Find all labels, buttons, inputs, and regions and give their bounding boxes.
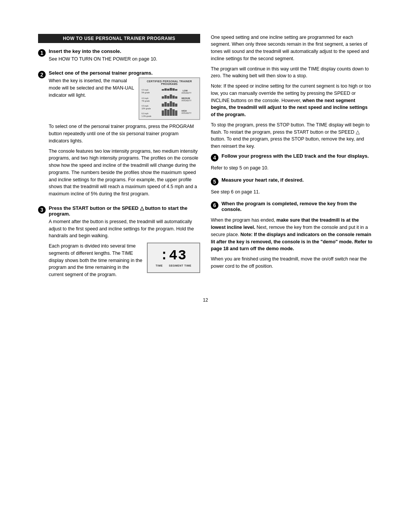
svg-text:10% grade: 10% grade bbox=[142, 107, 151, 110]
step-2-para-1: To select one of the personal trainer pr… bbox=[49, 123, 200, 144]
page: HOW TO USE PERSONAL TRAINER PROGRAMS 1 I… bbox=[30, 19, 381, 514]
step-5-inner: 5 Measure your heart rate, if desired. bbox=[211, 177, 373, 185]
left-column: HOW TO USE PERSONAL TRAINER PROGRAMS 1 I… bbox=[38, 34, 200, 286]
svg-rect-34 bbox=[172, 109, 175, 116]
svg-rect-6 bbox=[172, 88, 175, 91]
svg-rect-15 bbox=[170, 94, 172, 99]
step-2: 2 Select one of the personal trainer pro… bbox=[38, 70, 200, 201]
svg-rect-3 bbox=[164, 88, 167, 91]
right-intro-4: To stop the program, press the STOP butt… bbox=[211, 121, 373, 150]
step-6-para-2: When you are finished using the treadmil… bbox=[211, 256, 373, 270]
svg-rect-27 bbox=[175, 104, 177, 107]
svg-rect-32 bbox=[167, 110, 169, 116]
step-3-body-2: :43 TIME SEGMENT TIME Each program is di… bbox=[49, 243, 200, 281]
step-4-para: Refer to step 5 on page 10. bbox=[211, 165, 373, 172]
step-5-title: Measure your heart rate, if desired. bbox=[221, 177, 373, 183]
step-6-number: 6 bbox=[211, 201, 218, 209]
svg-rect-13 bbox=[164, 95, 167, 99]
svg-rect-26 bbox=[172, 102, 175, 107]
svg-rect-25 bbox=[170, 101, 172, 107]
step-2-title: Select one of the personal trainer progr… bbox=[49, 70, 200, 76]
step-2-number: 2 bbox=[38, 71, 46, 78]
section-header: HOW TO USE PERSONAL TRAINER PROGRAMS bbox=[38, 34, 200, 43]
svg-text:1.0% grade: 1.0% grade bbox=[142, 115, 151, 117]
svg-text:7% grade: 7% grade bbox=[142, 100, 150, 102]
step-3-content: Press the START button or the SPEED △ bu… bbox=[49, 205, 200, 281]
step-4-number: 4 bbox=[211, 154, 218, 161]
step-1-para: See HOW TO TURN ON THE POWER on page 10. bbox=[49, 56, 200, 63]
step-3-number: 3 bbox=[38, 206, 46, 214]
console-svg: 4.5 mph 5% grade LOW INTENSITY bbox=[141, 87, 198, 117]
svg-rect-12 bbox=[162, 96, 164, 99]
step-4-title: Follow your progress with the LED track … bbox=[221, 153, 373, 159]
step-3: 3 Press the START button or the SPEED △ … bbox=[38, 205, 200, 281]
timer-image: :43 TIME SEGMENT TIME bbox=[147, 243, 200, 273]
console-image-title: CERTIFIED PERSONAL TRAINER PROGRAMS bbox=[141, 80, 198, 85]
console-image: CERTIFIED PERSONAL TRAINER PROGRAMS 4.5 … bbox=[139, 78, 200, 120]
svg-text:5% grade: 5% grade bbox=[142, 91, 150, 94]
step-2-body: CERTIFIED PERSONAL TRAINER PROGRAMS 4.5 … bbox=[49, 77, 200, 123]
svg-text:INTENSITY: INTENSITY bbox=[182, 112, 192, 114]
step-6: 6 When the program is completed, remove … bbox=[211, 201, 373, 270]
console-image-wrap: CERTIFIED PERSONAL TRAINER PROGRAMS 4.5 … bbox=[139, 77, 200, 120]
bold-text-2: make sure that the treadmill is at the l… bbox=[211, 217, 359, 230]
svg-text:INTENSITY: INTENSITY bbox=[182, 99, 192, 102]
step-4-content: Follow your progress with the LED track … bbox=[221, 153, 373, 161]
timer-label-segment: SEGMENT TIME bbox=[169, 264, 191, 267]
svg-rect-23 bbox=[164, 102, 167, 107]
right-intro-3: Note: If the speed or incline setting fo… bbox=[211, 83, 373, 118]
right-column: One speed setting and one incline settin… bbox=[211, 34, 373, 286]
svg-text:4.5 mph: 4.5 mph bbox=[142, 105, 148, 107]
step-2-content: Select one of the personal trainer progr… bbox=[49, 70, 200, 201]
step-5-number: 5 bbox=[211, 178, 218, 185]
svg-text:4.5 mph: 4.5 mph bbox=[142, 89, 148, 91]
page-number: 12 bbox=[38, 297, 373, 303]
right-intro-2: The program will continue in this way un… bbox=[211, 66, 373, 80]
bold-text-3: Note: If the displays and indicators on … bbox=[211, 232, 372, 252]
step-5-para: See step 6 on page 11. bbox=[211, 189, 373, 196]
step-6-inner: 6 When the program is completed, remove … bbox=[211, 201, 373, 214]
step-1-title: Insert the key into the console. bbox=[49, 48, 200, 54]
svg-rect-31 bbox=[164, 109, 167, 116]
step-1-number: 1 bbox=[38, 49, 46, 57]
step-1-content: Insert the key into the console. See HOW… bbox=[49, 48, 200, 66]
timer-display: :43 bbox=[160, 249, 187, 263]
svg-rect-4 bbox=[167, 89, 169, 91]
right-intro-1: One speed setting and one incline settin… bbox=[211, 34, 373, 62]
step-2-para-2: The console features two low intensity p… bbox=[49, 148, 200, 198]
step-6-title: When the program is completed, remove th… bbox=[221, 201, 373, 212]
step-3-para-1: A moment after the button is pressed, th… bbox=[49, 218, 200, 240]
timer-label-time: TIME bbox=[156, 264, 163, 267]
svg-rect-22 bbox=[162, 104, 164, 107]
svg-text:4.0 mph: 4.0 mph bbox=[142, 97, 148, 99]
svg-rect-2 bbox=[162, 89, 164, 91]
svg-rect-35 bbox=[175, 110, 177, 116]
svg-rect-7 bbox=[175, 89, 177, 91]
step-3-title: Press the START button or the SPEED △ bu… bbox=[49, 205, 200, 217]
svg-rect-24 bbox=[167, 103, 169, 107]
svg-rect-14 bbox=[167, 96, 169, 99]
step-6-para-1: When the program has ended, make sure th… bbox=[211, 217, 373, 252]
step-1: 1 Insert the key into the console. See H… bbox=[38, 48, 200, 66]
svg-rect-17 bbox=[175, 96, 177, 99]
svg-text:INTENSITY: INTENSITY bbox=[182, 92, 192, 94]
svg-rect-30 bbox=[162, 110, 164, 116]
svg-rect-5 bbox=[170, 88, 172, 91]
step-5-content: Measure your heart rate, if desired. bbox=[221, 177, 373, 185]
step-5: 5 Measure your heart rate, if desired. S… bbox=[211, 177, 373, 196]
step-6-content: When the program is completed, remove th… bbox=[221, 201, 373, 214]
step-4-inner: 4 Follow your progress with the LED trac… bbox=[211, 153, 373, 161]
section-header-text: HOW TO USE PERSONAL TRAINER PROGRAMS bbox=[63, 36, 175, 41]
bold-text-1: when the next segment begins, the treadm… bbox=[211, 98, 368, 118]
svg-text:6.0 mph: 6.0 mph bbox=[142, 112, 148, 115]
svg-rect-33 bbox=[170, 108, 172, 116]
timer-labels: TIME SEGMENT TIME bbox=[156, 264, 191, 267]
step-4: 4 Follow your progress with the LED trac… bbox=[211, 153, 373, 172]
svg-rect-16 bbox=[172, 96, 175, 99]
